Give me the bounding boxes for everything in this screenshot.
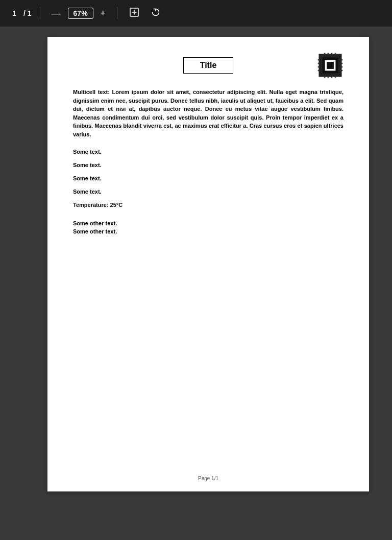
svg-rect-4 [327, 62, 334, 69]
zoom-in-button[interactable]: + [97, 6, 109, 21]
current-page: 1 [8, 8, 20, 18]
page-separator: / 1 [23, 9, 32, 17]
document-title: Title [183, 57, 234, 74]
svg-rect-14 [318, 63, 320, 64]
svg-rect-19 [340, 66, 342, 68]
svg-rect-16 [318, 70, 320, 72]
fit-page-icon [129, 7, 140, 20]
line-2: Some text. [73, 162, 344, 168]
multicell-text: Multicell text: Lorem ipsum dolor sit am… [73, 88, 344, 138]
svg-rect-11 [331, 76, 333, 78]
other-text-1: Some other text. [73, 220, 344, 226]
svg-rect-6 [328, 53, 329, 55]
zoom-out-button[interactable]: — [48, 6, 64, 21]
page-footer: Page 1/1 [47, 476, 369, 481]
document-area: Title [35, 27, 392, 540]
zoom-level[interactable]: 67% [68, 8, 93, 19]
svg-rect-12 [335, 76, 336, 78]
svg-rect-18 [340, 63, 342, 64]
plus-icon: + [101, 8, 106, 19]
rotate-icon [150, 7, 161, 20]
minus-icon: — [52, 8, 61, 19]
svg-rect-10 [328, 76, 329, 78]
svg-rect-5 [324, 53, 326, 55]
other-text-2: Some other text. [73, 228, 344, 234]
document-page: Title [47, 37, 369, 491]
main-area: Title [0, 27, 392, 540]
svg-rect-9 [324, 76, 326, 78]
divider-2 [117, 7, 117, 19]
chip-icon [317, 52, 344, 81]
svg-rect-8 [335, 53, 336, 55]
rotate-button[interactable] [147, 5, 164, 22]
line-3: Some text. [73, 175, 344, 181]
page-navigation: 1 / 1 [8, 8, 32, 18]
svg-rect-15 [318, 66, 320, 68]
temperature-text: Temperature: 25°C [73, 202, 344, 208]
title-section: Title [73, 57, 344, 74]
svg-rect-17 [340, 59, 342, 61]
fit-page-button[interactable] [126, 5, 143, 22]
left-sidebar [0, 27, 35, 540]
toolbar: 1 / 1 — 67% + [0, 0, 392, 27]
svg-rect-7 [331, 53, 333, 55]
svg-rect-20 [340, 70, 342, 72]
divider-1 [40, 7, 40, 19]
line-4: Some text. [73, 189, 344, 195]
svg-rect-13 [318, 59, 320, 61]
line-1: Some text. [73, 149, 344, 155]
